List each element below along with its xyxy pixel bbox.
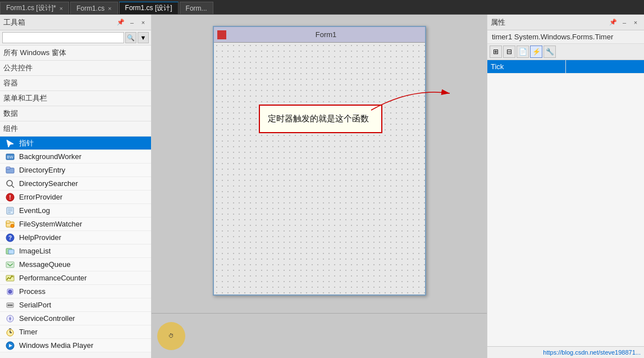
svg-point-26	[11, 304, 13, 306]
tool-item-serialport[interactable]: SerialPort	[0, 298, 151, 312]
svg-text:BW: BW	[7, 155, 13, 159]
properties-header-icons: 📌 – ×	[608, 17, 641, 28]
windows-media-player-icon	[4, 340, 16, 351]
tool-item-windows-media-player[interactable]: Windows Media Player	[0, 339, 151, 352]
svg-point-22	[8, 290, 12, 293]
search-button[interactable]: 🔍	[125, 32, 136, 43]
tab-form1-more[interactable]: Form...	[180, 2, 213, 14]
bottom-icon-label: ⏱	[168, 333, 174, 339]
toolbox-panel: 工具箱 📌 – × 🔍 ▼ 所有 Windows 窗体 公共控件	[0, 15, 152, 358]
imagelist-icon	[4, 246, 16, 257]
category-components[interactable]: 组件	[0, 121, 151, 137]
properties-toolbar: ⊞ ⊟ 📄 ⚡ 🔧	[487, 44, 644, 60]
auto-hide-icon[interactable]: –	[127, 18, 136, 27]
tool-item-timer[interactable]: Timer	[0, 325, 151, 339]
tab-close-icon[interactable]: ×	[108, 5, 111, 12]
auto-hide-properties-icon[interactable]: –	[619, 17, 629, 28]
tool-item-messagequeue[interactable]: MessageQueue	[0, 258, 151, 271]
tool-item-pointer[interactable]: 指针	[0, 137, 151, 150]
errorprovider-icon: !	[4, 192, 16, 203]
svg-point-25	[10, 304, 11, 306]
tool-item-directoryentry[interactable]: DirectoryEntry	[0, 164, 151, 177]
tool-item-servicecontroller[interactable]: ServiceController	[0, 312, 151, 325]
properties-content: Tick	[487, 60, 644, 346]
toolbox-title: 工具箱	[3, 17, 116, 28]
form-bottom-bar: ⏱	[152, 313, 487, 358]
tab-form1-cs-design[interactable]: Form1.cs [设计]* ×	[0, 2, 69, 14]
properties-page-icon: 📄	[519, 48, 527, 56]
designer-panel: Form1 定时器触发的就是这个函数	[152, 15, 487, 358]
svg-text:!: !	[9, 194, 11, 201]
pin-icon[interactable]: 📌	[116, 18, 125, 27]
prop-name-tick: Tick	[487, 60, 566, 73]
main-layout: 工具箱 📌 – × 🔍 ▼ 所有 Windows 窗体 公共控件	[0, 15, 644, 358]
category-common-controls[interactable]: 公共控件	[0, 61, 151, 76]
helpprovider-icon: ?	[4, 232, 16, 243]
form-title-text: Form1	[231, 30, 422, 39]
tool-item-imagelist[interactable]: ImageList	[0, 244, 151, 258]
timer-icon	[4, 327, 16, 338]
svg-rect-3	[6, 167, 10, 169]
backgroundworker-icon: BW	[4, 151, 16, 162]
tab-form1-cs-design2[interactable]: Form1.cs [设计]	[119, 2, 179, 14]
properties-footer: https://blog.csdn.net/steve198871...	[487, 346, 644, 358]
tab-form1-cs[interactable]: Form1.cs ×	[70, 2, 117, 14]
tool-item-process[interactable]: Process	[0, 285, 151, 298]
close-properties-icon[interactable]: ×	[631, 17, 641, 28]
eventlog-icon	[4, 205, 16, 216]
performancecounter-icon	[4, 273, 16, 284]
bottom-component-icon: ⏱	[157, 322, 185, 350]
alphabetical-icon: ⊟	[506, 48, 512, 56]
servicecontroller-icon	[4, 313, 16, 324]
settings-icon: 🔧	[546, 48, 554, 56]
tool-item-errorprovider[interactable]: ! ErrorProvider	[0, 191, 151, 204]
category-containers[interactable]: 容器	[0, 76, 151, 91]
properties-title: 属性	[491, 17, 608, 28]
svg-rect-13	[6, 221, 10, 223]
svg-point-14	[11, 224, 14, 228]
toolbox-header-icons: 📌 – ×	[116, 18, 148, 27]
svg-text:?: ?	[8, 235, 12, 241]
alphabetical-view-btn[interactable]: ⊟	[503, 46, 515, 58]
categorized-view-btn[interactable]: ⊞	[490, 46, 502, 58]
close-toolbox-icon[interactable]: ×	[139, 18, 148, 27]
events-btn[interactable]: ⚡	[530, 46, 542, 58]
events-icon: ⚡	[532, 48, 541, 56]
category-all-windows-forms[interactable]: 所有 Windows 窗体	[0, 46, 151, 61]
directoryentry-icon	[4, 165, 16, 176]
search-input[interactable]	[2, 32, 124, 43]
prop-row-tick[interactable]: Tick	[487, 60, 644, 74]
search-row: 🔍 ▼	[0, 30, 151, 46]
properties-page-btn[interactable]: 📄	[517, 46, 529, 58]
tool-item-directorysearcher[interactable]: DirectorySearcher	[0, 177, 151, 191]
form-body[interactable]: 定时器触发的就是这个函数	[214, 43, 425, 294]
form-title-icon	[217, 30, 226, 39]
messagequeue-icon	[4, 259, 16, 270]
annotation-box: 定时器触发的就是这个函数	[259, 105, 382, 133]
pin-properties-icon[interactable]: 📌	[608, 17, 618, 28]
svg-point-4	[7, 180, 12, 186]
pointer-icon	[4, 138, 16, 149]
category-data[interactable]: 数据	[0, 106, 151, 121]
prop-value-tick[interactable]	[566, 60, 645, 73]
tab-close-icon[interactable]: ×	[60, 5, 63, 12]
tab-bar: Form1.cs [设计]* × Form1.cs × Form1.cs [设计…	[0, 0, 644, 15]
tool-item-backgroundworker[interactable]: BW BackgroundWorker	[0, 150, 151, 164]
categorized-icon: ⊞	[493, 48, 499, 56]
serialport-icon	[4, 300, 16, 311]
tool-item-filesystemwatcher[interactable]: FileSystemWatcher	[0, 217, 151, 231]
category-menus-toolbars[interactable]: 菜单和工具栏	[0, 91, 151, 106]
process-icon	[4, 286, 16, 297]
chevron-down-icon: ▼	[140, 34, 147, 41]
tool-item-helpprovider[interactable]: ? HelpProvider	[0, 231, 151, 244]
component-name: timer1 System.Windows.Forms.Timer	[487, 30, 644, 44]
form-window: Form1 定时器触发的就是这个函数	[213, 26, 426, 296]
dropdown-button[interactable]: ▼	[138, 32, 149, 43]
tool-item-eventlog[interactable]: EventLog	[0, 204, 151, 217]
tool-item-performancecounter[interactable]: PerformanceCounter	[0, 271, 151, 285]
toolbox-content: 所有 Windows 窗体 公共控件 容器 菜单和工具栏 数据 组件	[0, 46, 151, 358]
properties-header: 属性 📌 – ×	[487, 15, 644, 30]
settings-btn[interactable]: 🔧	[543, 46, 556, 58]
svg-rect-19	[6, 262, 14, 268]
csdn-link[interactable]: https://blog.csdn.net/steve198871...	[543, 349, 641, 356]
